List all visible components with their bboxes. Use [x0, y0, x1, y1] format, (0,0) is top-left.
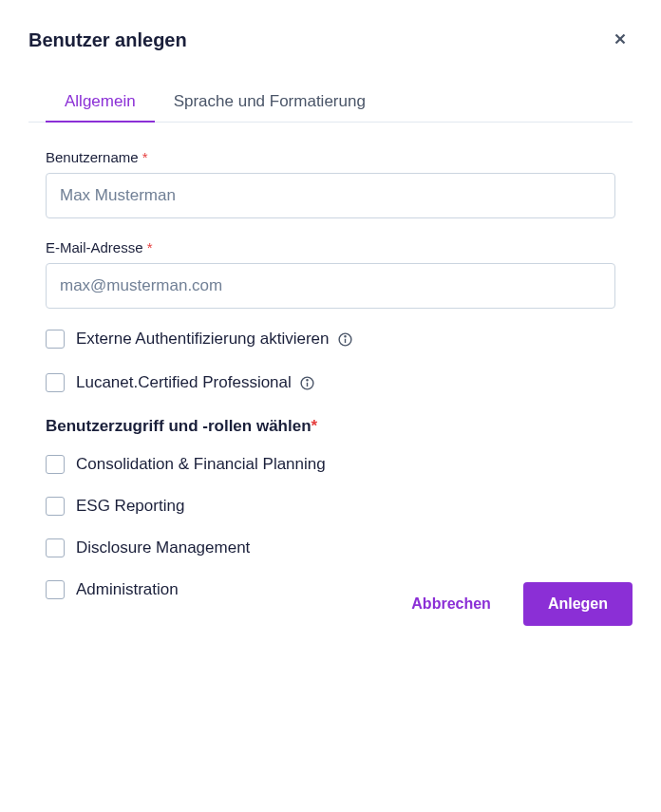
- cancel-button[interactable]: Abbrechen: [392, 582, 510, 626]
- role-row-disclosure: Disclosure Management: [46, 538, 615, 557]
- role-row-esg: ESG Reporting: [46, 497, 615, 516]
- tab-bar: Allgemein Sprache und Formatierung: [28, 83, 633, 123]
- role-checkbox-consolidation[interactable]: [46, 455, 65, 474]
- role-checkbox-administration[interactable]: [46, 580, 65, 599]
- role-label: Consolidation & Financial Planning: [76, 455, 326, 474]
- username-group: Benutzername *: [46, 149, 615, 218]
- close-button[interactable]: [608, 27, 633, 54]
- close-icon: [612, 30, 629, 50]
- required-indicator: *: [142, 149, 148, 165]
- certified-row: Lucanet.Certified Professional: [46, 373, 615, 392]
- role-row-consolidation: Consolidation & Financial Planning: [46, 455, 615, 474]
- username-label: Benutzername *: [46, 149, 615, 165]
- modal-title: Benutzer anlegen: [28, 29, 187, 51]
- modal-header: Benutzer anlegen: [28, 27, 633, 54]
- info-icon[interactable]: [299, 375, 315, 391]
- username-input[interactable]: [46, 173, 615, 218]
- svg-point-7: [307, 379, 308, 380]
- modal-footer: Abbrechen Anlegen: [392, 582, 633, 626]
- tab-language-formatting[interactable]: Sprache und Formatierung: [155, 83, 385, 123]
- create-user-modal: Benutzer anlegen Allgemein Sprache und F…: [0, 0, 661, 649]
- external-auth-row: Externe Authentifizierung aktivieren: [46, 330, 615, 349]
- role-checkbox-disclosure[interactable]: [46, 538, 65, 557]
- email-label: E-Mail-Adresse *: [46, 239, 615, 255]
- role-label: Disclosure Management: [76, 538, 250, 557]
- svg-point-4: [344, 335, 345, 336]
- email-input[interactable]: [46, 263, 615, 309]
- info-icon[interactable]: [337, 331, 353, 348]
- required-indicator: *: [147, 239, 153, 255]
- role-label: Administration: [76, 580, 179, 599]
- required-indicator: *: [312, 417, 318, 435]
- external-auth-label: Externe Authentifizierung aktivieren: [76, 330, 353, 349]
- certified-checkbox[interactable]: [46, 373, 65, 392]
- submit-button[interactable]: Anlegen: [523, 582, 633, 626]
- role-label: ESG Reporting: [76, 497, 184, 516]
- form-content: Benutzername * E-Mail-Adresse * Externe …: [28, 149, 633, 599]
- external-auth-checkbox[interactable]: [46, 330, 65, 349]
- tab-general[interactable]: Allgemein: [46, 83, 155, 123]
- certified-label: Lucanet.Certified Professional: [76, 373, 315, 392]
- roles-section-title: Benutzerzugriff und -rollen wählen*: [46, 417, 615, 436]
- role-checkbox-esg[interactable]: [46, 497, 65, 516]
- email-group: E-Mail-Adresse *: [46, 239, 615, 309]
